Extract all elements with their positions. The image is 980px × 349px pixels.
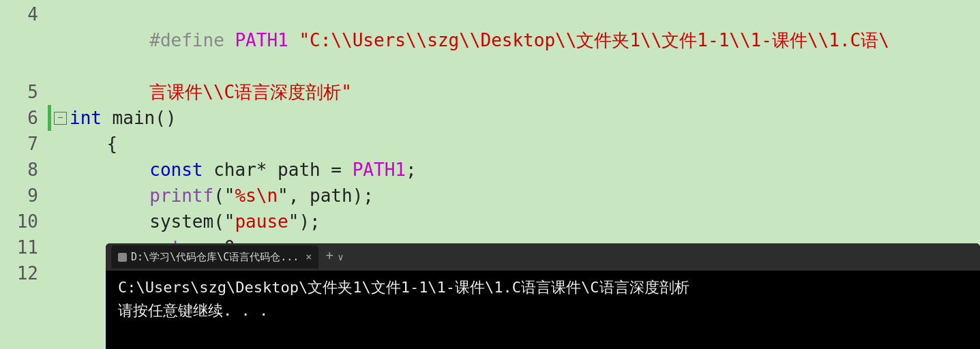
terminal-tab-bar: D:\学习\代码仓库\C语言代码仓... × + ∨ — [106, 243, 980, 271]
path1-macro: PATH1 — [353, 160, 406, 180]
line-number: 11 — [0, 234, 48, 260]
code-line-9: 9 printf("%s\n", path); — [0, 183, 980, 209]
line-content: int main() — [70, 105, 177, 131]
new-tab-button[interactable]: + — [325, 250, 333, 264]
line-number: 12 — [0, 260, 48, 286]
code-line-7: 7 { — [0, 131, 980, 157]
code-line-5: 5 言课件\\C语言深度剖析" — [0, 79, 980, 105]
printf-func: printf — [149, 185, 213, 206]
code-line-4: 4 #define PATH1 "C:\\Users\\szg\\Desktop… — [0, 1, 980, 79]
code-line-6: 6 − int main() — [0, 105, 980, 131]
line-number: 7 — [0, 131, 48, 157]
string-value: "C:\\Users\\szg\\Desktop\\文件夹1\\文件1-1\\1… — [288, 30, 889, 50]
terminal-tab-active[interactable]: D:\学习\代码仓库\C语言代码仓... × — [111, 245, 318, 269]
tab-close-button[interactable]: × — [306, 251, 312, 263]
main-func: main() — [102, 108, 177, 128]
terminal-output-line2: 请按任意键继续. . . — [118, 299, 968, 322]
terminal-tab-label: D:\学习\代码仓库\C语言代码仓... — [131, 251, 299, 264]
semicolon: ; — [406, 160, 417, 180]
line-content: const char* path = PATH1; — [64, 157, 417, 183]
line-content: #define PATH1 "C:\\Users\\szg\\Desktop\\… — [64, 1, 889, 79]
line-number: 4 — [0, 1, 48, 27]
system-call: system(" — [149, 211, 235, 232]
line-number: 9 — [0, 183, 48, 209]
define-keyword: #define — [149, 30, 235, 50]
char-type: char* path = — [203, 160, 353, 180]
paren-close: ", path); — [278, 185, 374, 206]
editor-area: 4 #define PATH1 "C:\\Users\\szg\\Desktop… — [0, 0, 980, 349]
terminal-panel: D:\学习\代码仓库\C语言代码仓... × + ∨ C:\Users\szg\… — [106, 243, 980, 349]
line-number: 10 — [0, 209, 48, 234]
line-number: 8 — [0, 157, 48, 183]
open-brace: { — [64, 134, 117, 154]
line-number: 5 — [0, 79, 48, 105]
string-continuation: 言课件\\C语言深度剖析" — [64, 82, 352, 102]
code-line-8: 8 const char* path = PATH1; — [0, 157, 980, 183]
const-keyword: const — [149, 160, 203, 180]
terminal-body: C:\Users\szg\Desktop\文件夹1\文件1-1\1-课件\1.C… — [106, 271, 980, 349]
terminal-output-line1: C:\Users\szg\Desktop\文件夹1\文件1-1\1-课件\1.C… — [118, 276, 968, 299]
system-end: "); — [288, 211, 321, 232]
line-content: { — [64, 131, 117, 157]
collapse-marker[interactable]: − — [54, 112, 67, 125]
paren-open: (" — [213, 185, 235, 206]
line-content: printf("%s\n", path); — [64, 183, 374, 209]
format-string: %s\n — [235, 185, 278, 206]
line-number: 6 — [0, 105, 48, 131]
int-keyword: int — [70, 108, 102, 128]
line-content: 言课件\\C语言深度剖析" — [64, 79, 352, 105]
line-content: system("pause"); — [64, 209, 321, 234]
macro-name: PATH1 — [235, 30, 288, 50]
pause-string: pause — [235, 211, 288, 232]
code-line-10: 10 system("pause"); — [0, 209, 980, 234]
green-bar — [48, 105, 51, 131]
terminal-icon — [118, 253, 127, 262]
tab-dropdown-button[interactable]: ∨ — [338, 252, 343, 263]
